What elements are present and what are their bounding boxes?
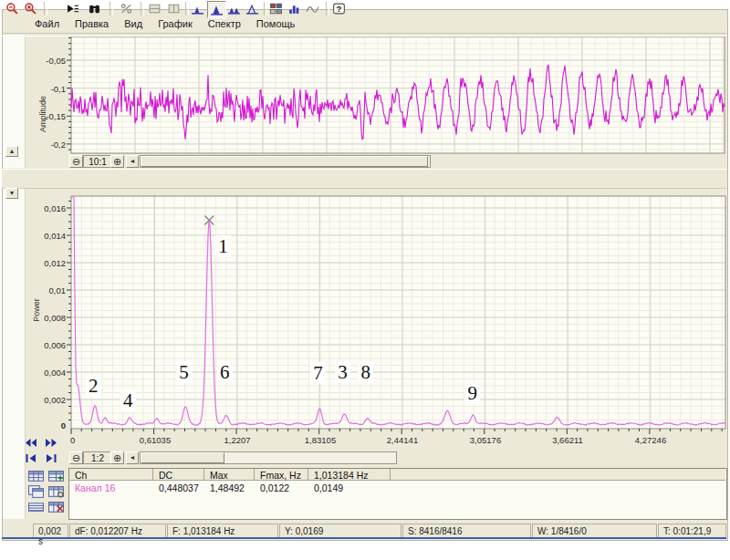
window-split-v-button[interactable] <box>165 1 182 16</box>
upper-scrollbar-thumb[interactable] <box>141 156 428 167</box>
spline-button[interactable] <box>304 1 321 16</box>
lower-zoom-in-button[interactable]: ⊕ <box>110 451 124 464</box>
xtick-2: 1,2207 <box>205 435 269 445</box>
table-cell-max[interactable]: 1,48492 <box>204 482 255 493</box>
menu-help[interactable]: Помощь <box>256 18 296 29</box>
upper-ytick-4: -0,2 <box>24 140 66 150</box>
xtick-3: 1,83105 <box>288 435 352 445</box>
menu-separator <box>2 33 726 36</box>
table-header-max[interactable]: Max <box>204 469 255 481</box>
close-table-button[interactable] <box>47 499 65 514</box>
menu-bar: Файл Правка Вид График Спектр Помощь <box>35 18 295 29</box>
table-properties-button[interactable] <box>47 483 65 499</box>
table-cell-fmax[interactable]: 0,0122 <box>255 482 308 493</box>
toolbar-separator <box>44 2 47 16</box>
lower-ytick-2: 0,014 <box>24 231 66 241</box>
upper-zoom-ratio: 10:1 <box>83 155 112 168</box>
toolbar-separator <box>141 2 144 16</box>
first-page-button[interactable] <box>22 451 40 465</box>
peak-annotation-3: 3 <box>335 361 350 383</box>
table-rows-button[interactable] <box>27 499 45 514</box>
chart-properties-icon <box>269 2 283 16</box>
table-header-empty <box>391 469 725 481</box>
expand-down-button[interactable]: ▼ <box>5 188 18 199</box>
show-table-icon <box>28 470 44 482</box>
spectrum-peak-selected-button[interactable] <box>207 1 226 18</box>
chart-properties-button[interactable] <box>267 1 285 16</box>
lower-scrollbar-thumb[interactable] <box>141 452 224 463</box>
spectrum-outline-peak-icon <box>245 2 259 16</box>
lower-ytick-8: 0,002 <box>24 395 66 405</box>
table-header-dc[interactable]: DC <box>153 469 204 481</box>
status-df: dF: 0,012207 Hz <box>69 524 166 538</box>
spline-icon <box>306 2 319 16</box>
peak-annotation-8: 8 <box>358 361 373 383</box>
toolbar-separator <box>326 2 329 16</box>
search-button[interactable] <box>86 1 103 16</box>
peak-annotation-9: 9 <box>464 382 480 404</box>
scale-percent-button[interactable] <box>118 1 135 16</box>
help-button[interactable]: ? <box>330 1 348 16</box>
lower-ytick-1: 0,016 <box>24 203 66 213</box>
menu-edit[interactable]: Правка <box>75 18 109 29</box>
table-cell-channel[interactable]: Канал 16 <box>69 482 153 493</box>
window-split-h-button[interactable] <box>146 1 163 16</box>
rewind-icon <box>25 438 37 448</box>
zoom-out-icon <box>5 2 19 16</box>
window-split-horizontal-icon <box>148 2 162 16</box>
spectrum-two-peaks-button[interactable] <box>225 1 243 16</box>
cursor-mode-button[interactable] <box>64 1 81 16</box>
xtick-4: 2,44141 <box>370 435 434 445</box>
add-table-button[interactable] <box>47 468 65 483</box>
peak-annotation-6: 6 <box>217 361 233 383</box>
upper-zoom-out-button[interactable]: ⊖ <box>69 155 83 168</box>
zoom-reset-button[interactable] <box>22 1 39 16</box>
first-page-icon <box>25 453 37 463</box>
table-cell-dc[interactable]: 0,448037 <box>153 482 204 493</box>
lower-scrollbar[interactable] <box>140 451 397 464</box>
fast-forward-icon <box>45 438 57 448</box>
upper-zoom-in-button[interactable]: ⊕ <box>110 155 124 168</box>
lower-ytick-4: 0,01 <box>24 285 66 296</box>
upper-ytick-3: -0,15 <box>24 111 66 121</box>
results-table[interactable]: Ch DC Max Fmax, Hz 1,013184 Hz Канал 16 … <box>68 468 727 520</box>
lower-ytick-5: 0,008 <box>24 313 66 323</box>
window-split-vertical-icon <box>167 2 181 16</box>
spectrum-outline-peak-button[interactable] <box>244 1 261 16</box>
table-header-ch[interactable]: Ch <box>69 469 153 481</box>
bar-chart-button[interactable] <box>286 1 303 16</box>
bar-chart-icon <box>287 2 301 16</box>
table-header-power-at-f[interactable]: 1,013184 Hz <box>308 469 391 481</box>
show-table-button[interactable] <box>27 468 45 483</box>
menu-spectrum[interactable]: Спектр <box>208 18 241 29</box>
rewind-button[interactable] <box>22 436 40 450</box>
lower-ytick-6: 0,006 <box>24 340 66 350</box>
lower-zoom-out-button[interactable]: ⊖ <box>69 451 83 464</box>
copy-table-button[interactable] <box>27 483 45 499</box>
upper-ytick-1: -0,05 <box>24 56 66 66</box>
spectrum-peak-button[interactable] <box>189 1 206 16</box>
fast-forward-button[interactable] <box>42 436 60 450</box>
cursor-mode-icon <box>66 2 79 16</box>
menu-view[interactable]: Вид <box>124 18 142 29</box>
lower-ytick-9: 0 <box>24 420 66 430</box>
upper-scroll-left-button[interactable]: ◄ <box>126 155 139 168</box>
last-page-button[interactable] <box>42 451 60 465</box>
upper-scrollbar[interactable] <box>140 155 431 168</box>
status-f: F: 1,013184 Hz <box>167 524 278 538</box>
menu-graph[interactable]: График <box>158 18 193 29</box>
lower-scroll-left-button[interactable]: ◄ <box>126 451 139 464</box>
add-table-icon <box>48 470 64 482</box>
table-cell-power-at-f[interactable]: 0,0149 <box>308 482 391 493</box>
zoom-reset-icon <box>24 2 37 16</box>
zoom-out-button[interactable] <box>4 1 21 16</box>
spectrum-peak-selected-icon <box>210 3 224 16</box>
collapse-up-button[interactable]: ▲ <box>5 146 18 157</box>
spectrum-two-peaks-icon <box>227 2 241 16</box>
main-toolbar <box>2 169 726 189</box>
peak-annotation-5: 5 <box>176 361 192 383</box>
xtick-1: 0,61035 <box>123 435 187 445</box>
menu-file[interactable]: Файл <box>35 18 59 29</box>
upper-ytick-2: -0,1 <box>24 84 66 94</box>
table-header-fmax[interactable]: Fmax, Hz <box>255 469 308 481</box>
